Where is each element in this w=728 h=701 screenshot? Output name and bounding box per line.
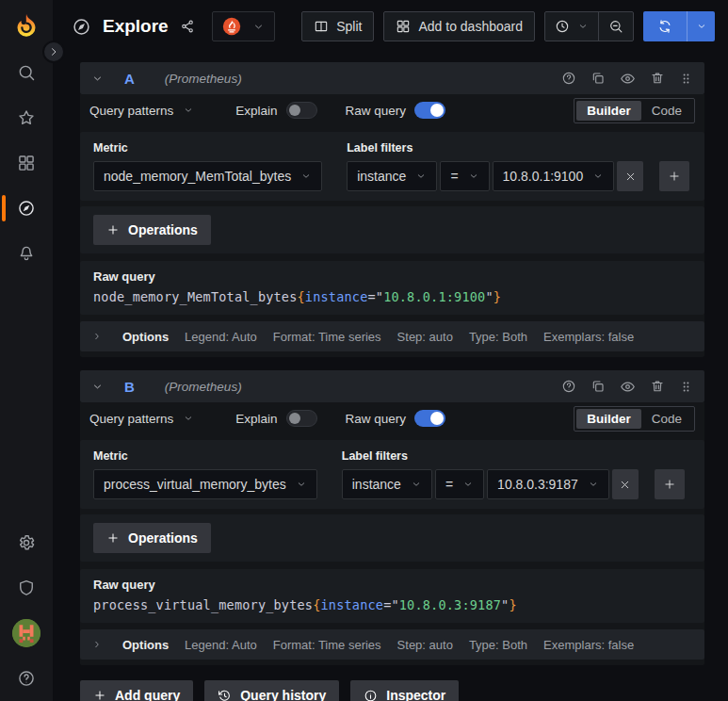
code-equals-quote: =" [383, 597, 399, 612]
raw-query-title: Raw query [93, 269, 691, 284]
query-help-button[interactable] [561, 379, 576, 394]
options-type: Type: Both [469, 638, 527, 652]
metric-select[interactable]: node_memory_MemTotal_bytes [93, 161, 322, 191]
drag-grip-icon[interactable] [679, 72, 693, 86]
add-filter-button[interactable] [655, 469, 685, 499]
sidebar-item-explore[interactable] [0, 186, 53, 231]
zoom-out-time-button[interactable] [598, 12, 633, 41]
times-icon [624, 171, 637, 183]
collapse-chevron-icon[interactable] [91, 381, 104, 393]
disable-query-eye-button[interactable] [620, 71, 636, 87]
code-close-brace: } [493, 289, 501, 304]
remove-query-trash-button[interactable] [650, 379, 665, 394]
filter-operator-select[interactable]: = [435, 469, 484, 499]
query-patterns-label: Query patterns [89, 104, 173, 118]
remove-query-trash-button[interactable] [650, 71, 665, 86]
sidebar-item-help[interactable] [0, 656, 53, 701]
dashboards-grid-icon [17, 154, 36, 172]
explain-label: Explain [235, 412, 277, 426]
share-alt-icon[interactable] [180, 19, 195, 34]
sidebar-item-alerting[interactable] [0, 231, 53, 276]
angle-right-icon [91, 639, 103, 650]
query-ref-id[interactable]: B [124, 379, 135, 395]
plus-icon [106, 223, 120, 236]
split-button[interactable]: Split [301, 11, 374, 41]
collapse-chevron-icon[interactable] [91, 73, 104, 85]
filter-label-select[interactable]: instance [342, 469, 432, 499]
sidebar-item-profile[interactable] [0, 611, 53, 656]
sidebar-item-configuration[interactable] [0, 520, 53, 565]
code-mode-tab[interactable]: Code [641, 101, 692, 121]
plus-icon [668, 170, 681, 183]
query-history-button[interactable]: Query history [204, 680, 339, 701]
add-operation-button[interactable]: Operations [93, 215, 211, 245]
query-help-button[interactable] [561, 71, 576, 86]
disable-query-eye-button[interactable] [620, 379, 636, 395]
add-operation-button[interactable]: Operations [93, 523, 211, 553]
explain-toggle[interactable] [286, 102, 317, 119]
chevron-down-icon [577, 21, 589, 32]
code-label-name: instance [305, 289, 368, 304]
add-filter-button[interactable] [659, 161, 689, 191]
explain-label: Explain [235, 104, 277, 118]
builder-mode-tab[interactable]: Builder [576, 101, 641, 121]
filter-value-select[interactable]: 10.8.0.1:9100 [493, 161, 615, 191]
add-to-dashboard-button[interactable]: Add to dashboard [383, 11, 535, 41]
angle-right-icon [91, 331, 103, 342]
inspector-label: Inspector [386, 688, 445, 701]
operations-button-label: Operations [128, 530, 198, 546]
explain-toggle[interactable] [286, 410, 317, 427]
metric-select-value: node_memory_MemTotal_bytes [104, 169, 291, 184]
sidebar-item-dashboards[interactable] [0, 140, 53, 186]
time-range-picker[interactable] [545, 12, 598, 41]
query-row-a: A (Prometheus) Query patterns Explain [80, 62, 704, 357]
chevron-down-icon [411, 479, 422, 490]
filter-label-select[interactable]: instance [347, 161, 437, 191]
builder-mode-tab[interactable]: Builder [576, 409, 641, 429]
grafana-logo[interactable] [12, 12, 40, 41]
page-title: Explore [103, 16, 169, 37]
options-step: Step: auto [397, 638, 453, 652]
duplicate-query-button[interactable] [590, 71, 606, 86]
inspector-button[interactable]: Inspector [350, 680, 459, 701]
filter-value-value: 10.8.0.3:9187 [497, 477, 578, 492]
code-metric: node_memory_MemTotal_bytes [93, 289, 298, 304]
add-query-button[interactable]: Add query [80, 680, 193, 701]
filter-value-value: 10.8.0.1:9100 [503, 169, 584, 184]
remove-filter-button[interactable] [617, 161, 643, 191]
remove-filter-button[interactable] [612, 469, 639, 499]
run-query-button[interactable] [643, 11, 687, 41]
filter-label-value: instance [352, 477, 401, 492]
metric-select[interactable]: process_virtual_memory_bytes [93, 469, 317, 499]
datasource-picker[interactable] [212, 11, 275, 41]
query-options-row[interactable]: Options Legend: Auto Format: Time series… [80, 629, 704, 660]
search-minus-icon [608, 19, 623, 34]
code-mode-tab[interactable]: Code [641, 409, 692, 429]
query-datasource-hint: (Prometheus) [165, 380, 242, 394]
query-options-row[interactable]: Options Legend: Auto Format: Time series… [80, 321, 704, 351]
label-filters-label: Label filters [347, 141, 689, 155]
chevron-down-icon [183, 413, 194, 424]
chevron-down-icon [462, 479, 474, 490]
topbar: Explore Split Add to dashboar [53, 0, 728, 53]
query-ref-id[interactable]: A [124, 71, 135, 87]
raw-query-toggle[interactable] [414, 410, 445, 427]
filter-value-select[interactable]: 10.8.0.3:9187 [487, 469, 609, 499]
duplicate-query-button[interactable] [590, 379, 606, 394]
label-filters-field: Label filters instance = 10.8. [347, 141, 689, 191]
split-label: Split [336, 19, 362, 34]
options-format: Format: Time series [273, 638, 381, 652]
sidebar-item-server-admin[interactable] [0, 565, 53, 611]
run-query-interval-dropdown[interactable] [687, 11, 715, 41]
drag-grip-icon[interactable] [679, 380, 693, 394]
sidebar-item-starred[interactable] [0, 95, 53, 140]
raw-query-toggle[interactable] [414, 102, 445, 119]
code-string-value: 10.8.0.1:9100 [383, 289, 485, 304]
filter-operator-select[interactable]: = [440, 161, 489, 191]
query-datasource-hint: (Prometheus) [165, 72, 242, 86]
chevron-down-icon [696, 21, 707, 32]
query-patterns-dropdown[interactable]: Query patterns [89, 412, 194, 426]
operations-card: Operations [80, 514, 704, 562]
query-patterns-dropdown[interactable]: Query patterns [89, 104, 194, 118]
sidebar-expand-button[interactable] [42, 41, 65, 63]
